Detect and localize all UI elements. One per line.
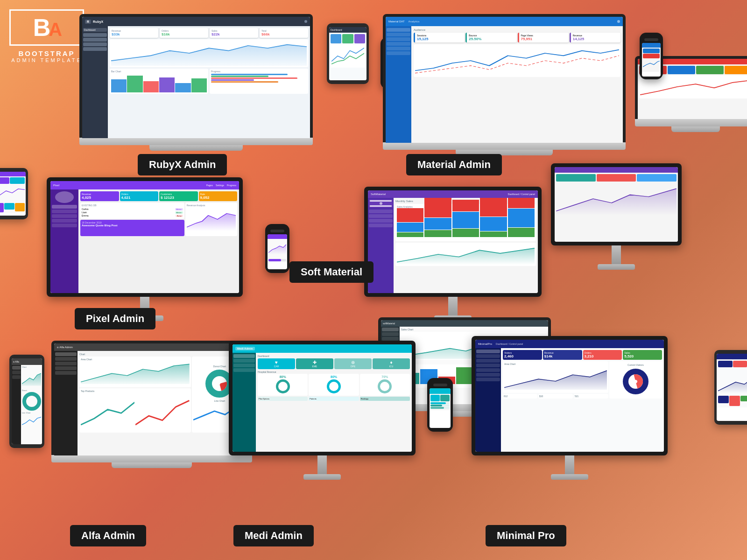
minimal-s1[interactable] xyxy=(476,350,500,353)
rubyx-laptop-base xyxy=(79,138,313,145)
medi-sc2-icon: ✚ xyxy=(297,360,332,365)
soft-bg4-b xyxy=(480,217,507,231)
soft-s4[interactable] xyxy=(369,219,393,223)
minimal-sidebar xyxy=(475,348,501,452)
medi-s2[interactable] xyxy=(233,359,255,363)
soft-bg1-g xyxy=(397,232,423,237)
material-nav4[interactable] xyxy=(387,42,410,46)
minimal-header: MinimalPro Dashboard / Control panel xyxy=(475,340,664,348)
alfa-prod-svg1 xyxy=(81,393,134,429)
minimal-s3[interactable] xyxy=(476,359,500,363)
rubyx-sidebar-item3[interactable] xyxy=(83,38,107,42)
soft-monitor2-screen xyxy=(551,163,682,245)
rubyx-avatar-mini xyxy=(304,20,307,23)
soft-bg1-b xyxy=(397,223,423,232)
alfa-s4[interactable] xyxy=(55,366,77,370)
minimal-area-chart: Area Chart xyxy=(503,361,608,393)
soft-bg5-r xyxy=(508,198,535,208)
pixel-s1[interactable] xyxy=(52,205,77,209)
medi-monitor-display: Medi Admin Dashboard xyxy=(233,344,412,452)
rubyx-sidebar: Dashboard xyxy=(82,26,108,138)
minimal-area-svg xyxy=(504,366,607,390)
pixel-list-item2: LiamActive xyxy=(82,211,183,214)
material-chart-svg xyxy=(415,46,619,76)
soft-ls2[interactable] xyxy=(382,332,399,336)
alfa-area-svg xyxy=(81,361,190,384)
soft-monitor2 xyxy=(551,163,682,270)
rubyx-bar-chart: Bar Chart xyxy=(110,69,208,94)
pixel-nav-progress[interactable]: Progress xyxy=(227,184,236,187)
medi-s1[interactable] xyxy=(233,354,255,358)
pixel-tablet-svg xyxy=(0,185,25,201)
minimal-s2[interactable] xyxy=(476,354,500,358)
medi-s3[interactable] xyxy=(233,364,255,367)
minimal-s6[interactable] xyxy=(476,373,500,377)
pixel-tablet-bars xyxy=(0,203,25,212)
minimal-tablet xyxy=(714,350,747,425)
pixel-nav-pages[interactable]: Pages xyxy=(206,184,213,187)
alfa-donut-segment xyxy=(209,373,230,394)
alfa-s5[interactable] xyxy=(55,371,77,375)
pixel-s4[interactable] xyxy=(52,219,77,223)
pixel-s5[interactable] xyxy=(52,224,77,227)
min-tb3 xyxy=(740,396,747,401)
alfa-tablet-svg xyxy=(22,369,41,387)
material-nav3[interactable] xyxy=(387,37,410,41)
rubyx-prog3-bar xyxy=(211,77,297,79)
rubyx-prog2-bar xyxy=(211,76,268,77)
alfa-ts3[interactable] xyxy=(12,375,21,379)
pixel-list-label: EXISTING DB xyxy=(82,204,183,207)
medi-rad2: 80% xyxy=(309,374,359,396)
medi-phone-prog3 xyxy=(430,407,444,409)
medi-rad1: 80% xyxy=(258,374,308,396)
medi-s4[interactable] xyxy=(233,368,255,372)
rubyx-logo-mini: R xyxy=(85,20,91,24)
minimal-area-label: Area Chart xyxy=(504,363,607,365)
rubyx-bars xyxy=(111,74,207,92)
rubyx-sidebar-item5[interactable] xyxy=(83,47,107,51)
material-laptop-base xyxy=(383,142,626,150)
minimal-s4[interactable] xyxy=(476,364,500,367)
soft-s2[interactable] xyxy=(369,210,393,213)
soft-d2 xyxy=(555,167,678,242)
pixel-s2[interactable] xyxy=(52,210,77,213)
alfa-s1[interactable] xyxy=(55,352,77,356)
minimal-s7[interactable] xyxy=(476,378,500,381)
rubyx-prog4 xyxy=(211,79,307,81)
logo-a: A xyxy=(49,19,60,40)
alfa-tablet-body: Chart Donut Line Chart xyxy=(12,365,42,444)
alfa-ts1[interactable] xyxy=(12,366,21,370)
minimal-tablet-content xyxy=(717,359,747,407)
material-nav6[interactable] xyxy=(387,51,410,55)
alfa-s2[interactable] xyxy=(55,357,77,361)
material-sidebar xyxy=(386,26,411,143)
rubyx-horiz-label: Progress xyxy=(211,70,307,73)
material-label: Material Admin xyxy=(406,154,502,175)
pixel-s3[interactable] xyxy=(52,214,77,218)
material-phone-notch xyxy=(644,38,658,41)
minimal-tablet-svg xyxy=(718,368,747,394)
pixel-nav-settings[interactable]: Settings xyxy=(216,184,224,187)
soft-content: Monthly Sales Sales Analytics xyxy=(394,198,538,293)
soft-sidebar-active[interactable] xyxy=(369,199,393,208)
material-nav5[interactable] xyxy=(387,47,410,50)
minimal-s5[interactable] xyxy=(476,368,500,372)
medi-rad1-val: 80% xyxy=(259,375,306,378)
rubyx-sidebar-item1[interactable]: Dashboard xyxy=(83,28,107,32)
minimal-s2-val: $14k xyxy=(544,354,581,358)
soft-ls3[interactable] xyxy=(382,337,399,341)
rubyx-sidebar-item4[interactable] xyxy=(83,42,107,46)
minimal-ms1: 812 xyxy=(503,394,537,399)
alfa-s3[interactable] xyxy=(55,362,77,365)
material-d2-c3 xyxy=(696,66,724,74)
material-nav1[interactable] xyxy=(387,28,410,32)
rubyx-sidebar-item2[interactable] xyxy=(83,33,107,37)
soft-ls1[interactable] xyxy=(382,328,399,331)
medi-sc3: ⊕ OPE xyxy=(334,358,372,369)
material-nav2[interactable] xyxy=(387,33,410,36)
rubyx-stat1: Revenue$33k xyxy=(110,28,158,38)
bootstrap-text: BOOTSTRAP xyxy=(9,49,84,57)
soft-s5[interactable] xyxy=(369,224,393,227)
soft-s3[interactable] xyxy=(369,214,393,218)
alfa-ts2[interactable] xyxy=(12,371,21,374)
